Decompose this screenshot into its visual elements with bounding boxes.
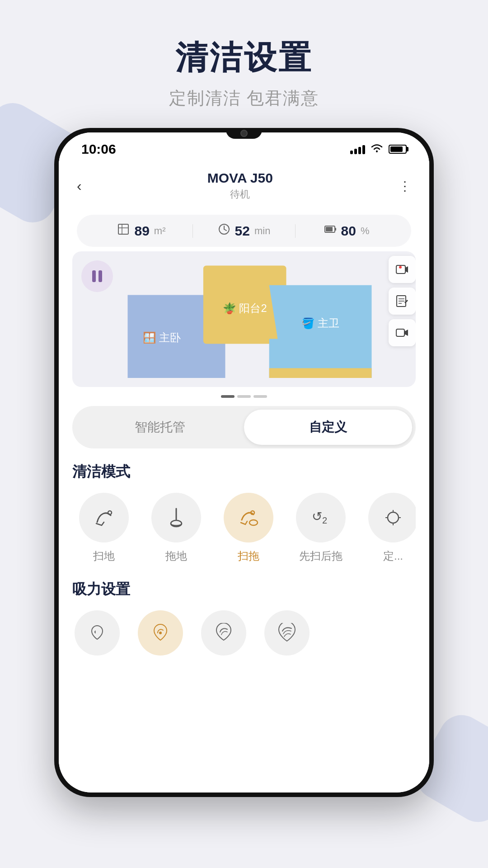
scroll-dot-3 xyxy=(253,395,267,398)
time-value: 52 xyxy=(235,223,250,239)
device-name: MOVA J50 xyxy=(207,170,273,186)
tab-smart[interactable]: 智能托管 xyxy=(76,410,244,445)
wifi-icon xyxy=(371,143,383,156)
svg-point-37 xyxy=(159,632,162,634)
page-header: 清洁设置 定制清洁 包君满意 xyxy=(169,36,319,110)
custom-mode-icon-circle xyxy=(368,493,416,542)
mop-label: 拖地 xyxy=(165,549,187,563)
front-camera xyxy=(240,130,248,137)
stat-battery: 80 % xyxy=(296,223,398,239)
clean-mode-section: 清洁模式 扫地 xyxy=(59,453,429,563)
floor-map: 🪟 主卧 🪴 阳台2 🪣 主卫 xyxy=(113,256,386,378)
suction-strong[interactable] xyxy=(199,610,249,656)
phone-frame: 10:06 xyxy=(54,128,434,797)
mode-sweep[interactable]: 扫地 xyxy=(72,493,136,563)
signal-bar-2 xyxy=(354,149,357,154)
quiet-icon-circle xyxy=(75,610,120,656)
svg-rect-24 xyxy=(396,329,404,336)
mode-tabs: 智能托管 自定义 xyxy=(72,406,416,448)
svg-line-6 xyxy=(224,229,226,231)
strong-icon-circle xyxy=(201,610,246,656)
sweep-mop-icon-circle xyxy=(224,493,273,542)
sweep-mop-label: 扫拖 xyxy=(238,549,259,563)
area-value: 89 xyxy=(134,223,149,239)
device-info: MOVA J50 待机 xyxy=(207,170,273,201)
scroll-indicator xyxy=(59,392,429,401)
battery-stat-icon xyxy=(324,223,337,239)
page-title: 清洁设置 xyxy=(169,36,319,80)
area-unit: m² xyxy=(154,225,166,237)
scroll-dot-2 xyxy=(237,395,251,398)
status-icons xyxy=(350,143,407,156)
pause-bar-right xyxy=(99,270,102,282)
suction-icons xyxy=(72,610,416,656)
stat-area: 89 m² xyxy=(90,223,192,239)
suction-section: 吸力设置 xyxy=(59,571,429,665)
svg-text:🪟 主卧: 🪟 主卧 xyxy=(143,331,181,344)
signal-icon xyxy=(350,144,365,154)
max-icon-circle xyxy=(264,610,310,656)
svg-point-19 xyxy=(399,266,402,269)
area-icon xyxy=(117,223,130,239)
map-section: 🪟 主卧 🪴 阳台2 🪣 主卫 xyxy=(72,251,416,387)
camera-record-button[interactable] xyxy=(389,256,416,283)
signal-bar-3 xyxy=(358,147,361,154)
device-status: 待机 xyxy=(207,188,273,201)
mode-mop[interactable]: 拖地 xyxy=(145,493,208,563)
suction-title: 吸力设置 xyxy=(72,580,416,599)
custom-mode-label: 定... xyxy=(383,549,403,563)
svg-rect-8 xyxy=(335,228,336,231)
battery-fill xyxy=(390,146,403,152)
time-icon xyxy=(218,223,230,239)
map-controls xyxy=(389,256,416,346)
svg-marker-25 xyxy=(404,330,408,336)
suction-standard[interactable] xyxy=(136,610,185,656)
mode-custom[interactable]: 定... xyxy=(361,493,416,563)
svg-point-28 xyxy=(249,520,258,525)
app-content: ‹ MOVA J50 待机 ⋮ 89 xyxy=(59,161,429,793)
battery-unit: % xyxy=(361,225,370,237)
back-button[interactable]: ‹ xyxy=(77,178,82,194)
mode-sweep-mop[interactable]: 扫拖 xyxy=(217,493,280,563)
sweep-label: 扫地 xyxy=(93,549,115,563)
tab-custom[interactable]: 自定义 xyxy=(244,410,412,445)
pause-bar-left xyxy=(92,270,96,282)
pause-icon xyxy=(92,270,102,282)
clean-mode-icons: 扫地 拖地 xyxy=(72,493,416,563)
clean-mode-title: 清洁模式 xyxy=(72,462,416,482)
status-time: 10:06 xyxy=(81,142,116,157)
signal-bar-1 xyxy=(350,151,353,154)
svg-text:🪣 主卫: 🪣 主卫 xyxy=(301,316,340,330)
sweep-then-mop-label: 先扫后拖 xyxy=(299,549,343,563)
stat-time: 52 min xyxy=(193,223,295,239)
svg-marker-12 xyxy=(269,285,372,378)
notch xyxy=(226,128,262,139)
stats-row: 89 m² 52 min xyxy=(77,215,411,247)
edit-map-button[interactable] xyxy=(389,288,416,315)
pause-button[interactable] xyxy=(81,260,113,292)
sweep-then-mop-icon-circle: ↺ 2 xyxy=(296,493,346,542)
phone-screen: 10:06 xyxy=(59,132,429,793)
standard-icon-circle xyxy=(138,610,183,656)
battery-icon xyxy=(389,145,407,154)
svg-text:🪴 阳台2: 🪴 阳台2 xyxy=(223,302,267,315)
svg-rect-13 xyxy=(269,368,372,378)
svg-point-32 xyxy=(388,512,399,523)
page-subtitle: 定制清洁 包君满意 xyxy=(169,87,319,110)
top-nav: ‹ MOVA J50 待机 ⋮ xyxy=(59,161,429,210)
mode-sweep-then-mop[interactable]: ↺ 2 先扫后拖 xyxy=(289,493,352,563)
svg-text:↺: ↺ xyxy=(312,509,322,524)
battery-value: 80 xyxy=(341,223,356,239)
mop-icon-circle xyxy=(151,493,201,542)
suction-quiet[interactable] xyxy=(72,610,122,656)
svg-point-29 xyxy=(251,511,254,514)
sweep-icon-circle xyxy=(79,493,129,542)
time-unit: min xyxy=(254,225,270,237)
suction-max[interactable] xyxy=(262,610,312,656)
signal-bar-4 xyxy=(362,145,365,154)
svg-point-0 xyxy=(376,151,378,152)
more-button[interactable]: ⋮ xyxy=(399,179,411,193)
svg-rect-1 xyxy=(118,224,128,234)
video-button[interactable] xyxy=(389,319,416,346)
svg-point-26 xyxy=(108,511,112,514)
